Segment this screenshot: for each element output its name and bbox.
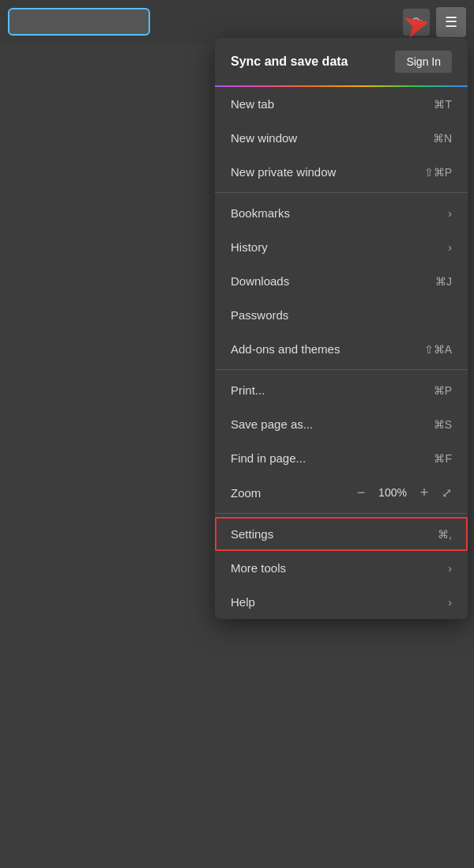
- menu-item-bookmarks[interactable]: Bookmarks ›: [215, 196, 468, 230]
- help-label: Help: [231, 595, 255, 609]
- menu-item-new-private-window[interactable]: New private window ⇧⌘P: [215, 155, 468, 189]
- zoom-plus-button[interactable]: +: [415, 483, 434, 502]
- sync-title: Sync and save data: [231, 55, 348, 69]
- menu-item-passwords[interactable]: Passwords: [215, 298, 468, 332]
- menu-item-find-in-page[interactable]: Find in page... ⌘F: [215, 441, 468, 475]
- menu-item-more-tools[interactable]: More tools ›: [215, 551, 468, 585]
- more-tools-chevron-icon: ›: [448, 562, 452, 575]
- passwords-label: Passwords: [231, 308, 288, 322]
- zoom-expand-button[interactable]: ⤢: [442, 485, 452, 500]
- new-window-shortcut: ⌘N: [433, 132, 452, 145]
- dropdown-menu: Sync and save data Sign In New tab ⌘T Ne…: [215, 38, 468, 619]
- new-private-window-label: New private window: [231, 165, 336, 179]
- new-tab-shortcut: ⌘T: [434, 98, 452, 111]
- zoom-row: Zoom − 100% + ⤢: [215, 475, 468, 510]
- history-chevron-icon: ›: [448, 241, 452, 254]
- menu-item-help[interactable]: Help ›: [215, 585, 468, 619]
- divider-2: [215, 369, 468, 370]
- menu-item-history[interactable]: History ›: [215, 230, 468, 264]
- sync-icon: ⟳: [412, 14, 422, 29]
- menu-item-save-page[interactable]: Save page as... ⌘S: [215, 407, 468, 441]
- address-bar[interactable]: [8, 8, 150, 36]
- sync-bar: Sync and save data Sign In: [215, 38, 468, 85]
- bookmarks-chevron-icon: ›: [448, 207, 452, 220]
- downloads-label: Downloads: [231, 274, 289, 288]
- print-shortcut: ⌘P: [434, 384, 452, 397]
- hamburger-icon: ☰: [445, 13, 457, 31]
- find-in-page-label: Find in page...: [231, 451, 306, 465]
- divider-1: [215, 192, 468, 193]
- menu-item-settings[interactable]: Settings ⌘,: [215, 517, 468, 551]
- more-tools-label: More tools: [231, 561, 286, 575]
- find-in-page-shortcut: ⌘F: [434, 452, 452, 465]
- history-label: History: [231, 240, 268, 254]
- top-bar: ➤ ⟳ ☰: [0, 0, 474, 43]
- divider-3: [215, 513, 468, 514]
- settings-shortcut: ⌘,: [438, 528, 452, 541]
- sync-icon-button[interactable]: ⟳: [403, 9, 430, 36]
- menu-item-new-window[interactable]: New window ⌘N: [215, 121, 468, 155]
- new-window-label: New window: [231, 131, 297, 145]
- sign-in-button[interactable]: Sign In: [395, 51, 452, 73]
- zoom-minus-button[interactable]: −: [352, 483, 371, 502]
- zoom-percent-value: 100%: [378, 486, 407, 499]
- new-private-window-shortcut: ⇧⌘P: [424, 166, 452, 179]
- new-tab-label: New tab: [231, 97, 274, 111]
- settings-label: Settings: [231, 527, 273, 541]
- menu-item-new-tab[interactable]: New tab ⌘T: [215, 87, 468, 121]
- zoom-controls: − 100% + ⤢: [352, 483, 452, 502]
- downloads-shortcut: ⌘J: [435, 275, 452, 288]
- save-page-label: Save page as...: [231, 417, 313, 431]
- save-page-shortcut: ⌘S: [434, 418, 452, 431]
- bookmarks-label: Bookmarks: [231, 206, 290, 220]
- menu-item-add-ons[interactable]: Add-ons and themes ⇧⌘A: [215, 332, 468, 366]
- print-label: Print...: [231, 383, 265, 397]
- add-ons-shortcut: ⇧⌘A: [424, 343, 452, 356]
- add-ons-label: Add-ons and themes: [231, 342, 340, 356]
- help-chevron-icon: ›: [448, 596, 452, 609]
- menu-item-print[interactable]: Print... ⌘P: [215, 373, 468, 407]
- zoom-label: Zoom: [231, 486, 261, 500]
- hamburger-button[interactable]: ☰: [436, 7, 466, 37]
- menu-item-downloads[interactable]: Downloads ⌘J: [215, 264, 468, 298]
